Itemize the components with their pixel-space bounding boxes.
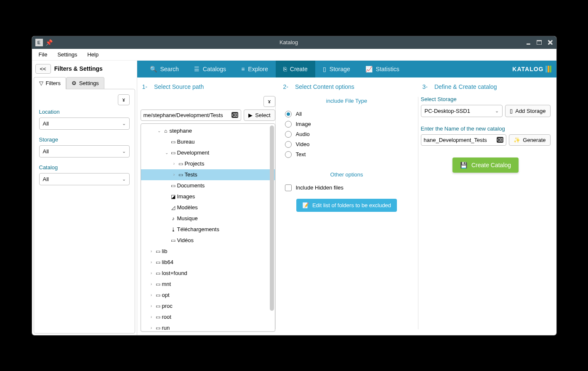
catalog-name-input[interactable]: hane_Development_Tests ⌫ <box>421 134 507 146</box>
tree-item-root[interactable]: ›▭root <box>141 312 275 323</box>
tab-catalogs[interactable]: ☰Catalogs <box>186 61 234 77</box>
tree-item-vidéos[interactable]: ▭Vidéos <box>141 235 275 246</box>
tree-item-label: proc <box>162 303 173 309</box>
tree-item-bureau[interactable]: ▭Bureau <box>141 136 275 147</box>
maximize-icon[interactable]: 🗖 <box>536 39 542 46</box>
expand-icon[interactable]: ⌄ <box>164 150 170 155</box>
folder-icon: ⌂ <box>162 128 170 134</box>
sidebar-clear-button[interactable]: ɤ <box>118 94 130 105</box>
tree-item-proc[interactable]: ›▭proc <box>141 301 275 312</box>
main-area: 🔍Search ☰Catalogs ≡Explore ⎘Create ▯Stor… <box>137 61 556 335</box>
expand-icon[interactable]: › <box>149 282 154 286</box>
tab-storage[interactable]: ▯Storage <box>315 61 358 77</box>
sidebar-collapse-button[interactable]: << <box>35 64 51 74</box>
clear-name-icon[interactable]: ⌫ <box>497 137 503 143</box>
tree-item-label: Modèles <box>177 204 198 211</box>
path-reset-button[interactable]: ɤ <box>263 96 275 107</box>
filetype-radio-audio[interactable]: Audio <box>282 129 412 139</box>
tree-item-label: stephane <box>170 128 192 134</box>
tree-item-lib[interactable]: ›▭lib <box>141 246 275 257</box>
tree-item-documents[interactable]: ▭Documents <box>141 180 275 191</box>
expand-icon[interactable]: ⌄ <box>156 128 162 133</box>
menu-settings[interactable]: Settings <box>53 50 81 59</box>
tree-item-mnt[interactable]: ›▭mnt <box>141 279 275 290</box>
folder-tree[interactable]: ⌄⌂stephane▭Bureau⌄▭Development›▭Projects… <box>141 123 275 332</box>
step1-title: Select Source path <box>154 83 204 90</box>
tab-explore[interactable]: ≡Explore <box>234 61 276 77</box>
sidebar-tab-filters[interactable]: ▽ Filters <box>34 77 66 89</box>
create-icon: ⎘ <box>283 66 287 72</box>
expand-icon[interactable]: › <box>149 249 154 254</box>
source-path-input[interactable]: me/stephane/Development/Tests ⌫ <box>141 109 242 121</box>
step1-panel: 1-Select Source path ɤ me/stephane/Devel… <box>141 80 275 332</box>
tree-item-musique[interactable]: ♪Musique <box>141 213 275 224</box>
folder-icon: ▭ <box>154 303 162 309</box>
menu-file[interactable]: File <box>35 50 52 59</box>
expand-icon[interactable]: › <box>171 161 177 166</box>
tree-item-run[interactable]: ›▭run <box>141 323 275 332</box>
tree-item-label: Images <box>177 193 195 200</box>
expand-icon[interactable]: › <box>171 172 177 177</box>
other-header: Other options <box>282 171 412 178</box>
tree-item-projects[interactable]: ›▭Projects <box>141 158 275 169</box>
tree-item-opt[interactable]: ›▭opt <box>141 290 275 301</box>
minimize-icon[interactable]: 🗕 <box>525 39 531 46</box>
wand-icon: ✨ <box>514 137 520 143</box>
expand-icon[interactable]: › <box>149 304 154 308</box>
save-icon: 💾 <box>460 162 467 168</box>
tree-item-stephane[interactable]: ⌄⌂stephane <box>141 125 275 136</box>
menubar: File Settings Help <box>32 49 556 61</box>
tree-item-label: opt <box>162 292 170 298</box>
folder-icon: ▭ <box>154 325 162 331</box>
storage-select[interactable]: All ⌄ <box>39 145 130 157</box>
storage-icon: ▯ <box>323 66 326 72</box>
folder-icon: ♪ <box>170 216 177 222</box>
expand-icon[interactable]: › <box>149 315 154 319</box>
tab-statistics[interactable]: 📈Statistics <box>358 61 407 77</box>
clear-path-icon[interactable]: ⌫ <box>231 112 238 118</box>
tree-item-modèles[interactable]: ◿Modèles <box>141 202 275 213</box>
folder-icon: ▭ <box>170 238 177 243</box>
filetype-radio-text[interactable]: Text <box>282 149 412 160</box>
storage-select-main[interactable]: PC-Desktop-SSD1 ⌄ <box>421 105 503 117</box>
tree-item-lib64[interactable]: ›▭lib64 <box>141 257 275 268</box>
filetype-radio-video[interactable]: Video <box>282 139 412 149</box>
expand-icon[interactable]: › <box>149 326 154 330</box>
menu-help[interactable]: Help <box>83 50 103 59</box>
catalog-label: Catalog <box>39 164 130 171</box>
create-catalog-button[interactable]: 💾 Create Catalog <box>452 157 519 173</box>
tree-item-tests[interactable]: ›▭Tests <box>141 169 275 180</box>
tree-item-images[interactable]: ◪Images <box>141 191 275 202</box>
filetype-radio-image[interactable]: Image <box>282 119 412 129</box>
edit-icon: 📝 <box>302 202 309 208</box>
tab-create[interactable]: ⎘Create <box>276 61 315 77</box>
tab-search[interactable]: 🔍Search <box>142 61 186 77</box>
brand-logo: KATALOG <box>512 66 551 72</box>
tree-item-label: Development <box>177 149 210 156</box>
expand-icon[interactable]: › <box>149 293 154 297</box>
close-icon[interactable]: 🗙 <box>547 39 553 46</box>
tree-item-lost+found[interactable]: ›▭lost+found <box>141 268 275 279</box>
main-tabs: 🔍Search ☰Catalogs ≡Explore ⎘Create ▯Stor… <box>137 61 556 77</box>
expand-icon[interactable]: › <box>149 260 154 264</box>
filetype-header: include File Type <box>282 98 412 104</box>
tree-item-development[interactable]: ⌄▭Development <box>141 147 275 158</box>
scrollbar[interactable] <box>270 125 274 311</box>
filetype-radio-all[interactable]: All <box>282 109 412 119</box>
pin-icon[interactable]: 📌 <box>45 39 53 46</box>
list-icon: ☰ <box>194 66 200 72</box>
select-path-button[interactable]: ▶ Select <box>244 109 275 121</box>
catalog-select[interactable]: All ⌄ <box>39 173 130 185</box>
generate-button[interactable]: ✨ Generate <box>509 134 550 146</box>
add-storage-button[interactable]: ▯ Add Storage <box>505 105 550 117</box>
tree-item-label: Vidéos <box>177 237 194 243</box>
sidebar-tab-settings[interactable]: ⚙ Settings <box>66 77 104 89</box>
hidden-files-checkbox[interactable]: Include Hidden files <box>282 183 412 193</box>
window-title: Katalog <box>53 39 525 45</box>
expand-icon[interactable]: › <box>149 271 154 275</box>
tree-item-téléchargements[interactable]: ⭳Téléchargements <box>141 224 275 235</box>
edit-exclude-button[interactable]: 📝 Edit list of folders to be excluded <box>296 199 397 212</box>
location-select[interactable]: All ⌄ <box>39 117 130 130</box>
folder-icon: ▭ <box>170 139 177 145</box>
folder-icon: ▭ <box>177 161 185 167</box>
